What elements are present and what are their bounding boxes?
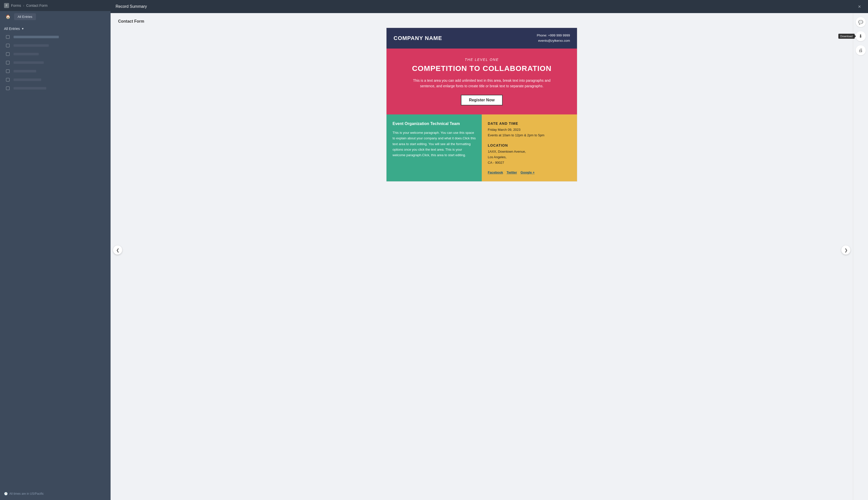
facebook-link[interactable]: Facebook — [488, 171, 503, 174]
location-label: LOCATION — [488, 143, 571, 147]
location-line2: Los Angeles, — [488, 155, 571, 160]
record-summary-modal: Record Summary × Contact Form COMPANY NA… — [110, 0, 868, 500]
flyer-left-title: Event Organization Technical Team — [392, 122, 476, 126]
download-icon: ⬇ — [859, 33, 863, 39]
breadcrumb: Contact Form — [26, 3, 47, 8]
chevron-down-icon: ▼ — [21, 27, 24, 30]
row-checkbox[interactable] — [6, 52, 10, 56]
email-address: events@zylkerxx.com — [537, 38, 570, 44]
flyer-contact: Phone: +999 999 9999 events@zylkerxx.com — [537, 33, 570, 44]
download-container: ⬇ Download — [856, 31, 866, 41]
time-value: Events at 10am to 12pm & 2pm to 5pm — [488, 133, 571, 138]
prev-icon: ❮ — [116, 248, 119, 252]
form-name-label: Contact Form — [118, 19, 845, 24]
row-checkbox[interactable] — [6, 44, 10, 47]
table-row[interactable] — [4, 41, 99, 50]
prev-button[interactable]: ❮ — [113, 246, 122, 254]
breadcrumb-sep: › — [23, 3, 24, 8]
modal-content-area: Contact Form COMPANY NAME Phone: +999 99… — [110, 13, 853, 500]
flyer-subtitle: THE LEVEL ONE — [394, 58, 570, 61]
row-checkbox[interactable] — [6, 69, 10, 73]
row-checkbox[interactable] — [6, 61, 10, 64]
flyer-hero: THE LEVEL ONE COMPETITION TO COLLABORATI… — [387, 48, 577, 115]
flyer-left-body: This is your welcome paragraph. You can … — [392, 130, 476, 158]
location-section: LOCATION 1AXX, Downtown Avenue, Los Ange… — [488, 143, 571, 166]
modal-header: Record Summary × — [110, 0, 868, 13]
select-all-checkbox[interactable] — [6, 35, 10, 39]
flyer-right-section: DATE AND TIME Friday March 09, 2023 Even… — [482, 114, 577, 181]
flyer-card: COMPANY NAME Phone: +999 999 9999 events… — [386, 28, 577, 182]
flyer-bottom: Event Organization Technical Team This i… — [387, 114, 577, 181]
table-row[interactable] — [4, 67, 99, 76]
table-header-row — [4, 33, 99, 41]
entries-table — [4, 33, 99, 93]
next-button[interactable]: ❯ — [841, 246, 851, 254]
date-time-label: DATE AND TIME — [488, 122, 571, 125]
flyer-headline: COMPETITION TO COLLABORATION — [394, 64, 570, 73]
next-icon: ❯ — [844, 248, 848, 252]
chat-button[interactable]: 💬 — [856, 17, 866, 27]
date-time-section: DATE AND TIME Friday March 09, 2023 Even… — [488, 122, 571, 138]
modal-title: Record Summary — [116, 4, 147, 9]
close-icon: × — [858, 4, 861, 10]
date-value: Friday March 09, 2023 — [488, 127, 571, 133]
print-button[interactable]: 🖨 — [856, 45, 866, 55]
modal-body: Contact Form COMPANY NAME Phone: +999 99… — [110, 13, 868, 500]
company-name: COMPANY NAME — [394, 35, 442, 42]
twitter-link[interactable]: Twitter — [507, 171, 517, 174]
google-plus-link[interactable]: Google + — [520, 171, 535, 174]
timezone-label: All times are in US/Pacific — [9, 492, 44, 496]
home-button[interactable]: 🏠 — [4, 13, 12, 21]
all-entries-button[interactable]: All Entries — [14, 13, 36, 20]
row-checkbox[interactable] — [6, 87, 10, 90]
close-button[interactable]: × — [856, 3, 863, 10]
social-links: Facebook Twitter Google + — [488, 171, 571, 174]
location-line3: CA - 90027 — [488, 160, 571, 166]
register-now-button[interactable]: Register Now — [461, 95, 503, 105]
download-button[interactable]: ⬇ — [856, 31, 866, 41]
modal-sidebar: 💬 ⬇ Download 🖨 — [853, 13, 868, 500]
print-icon: 🖨 — [858, 48, 863, 53]
flyer-body-text: This is a text area you can add unlimite… — [406, 78, 557, 89]
row-checkbox[interactable] — [6, 78, 10, 81]
table-row[interactable] — [4, 76, 99, 84]
table-row[interactable] — [4, 58, 99, 67]
clock-icon: 🕐 — [4, 492, 8, 496]
table-row[interactable] — [4, 84, 99, 93]
location-line1: 1AXX, Downtown Avenue, — [488, 149, 571, 155]
flyer-header: COMPANY NAME Phone: +999 999 9999 events… — [387, 28, 577, 48]
app-title: Forms — [11, 3, 21, 8]
table-row[interactable] — [4, 50, 99, 58]
col-header — [14, 36, 59, 38]
flyer-left-section: Event Organization Technical Team This i… — [387, 114, 482, 181]
phone-number: Phone: +999 999 9999 — [537, 33, 570, 38]
forms-icon: F — [4, 3, 9, 8]
